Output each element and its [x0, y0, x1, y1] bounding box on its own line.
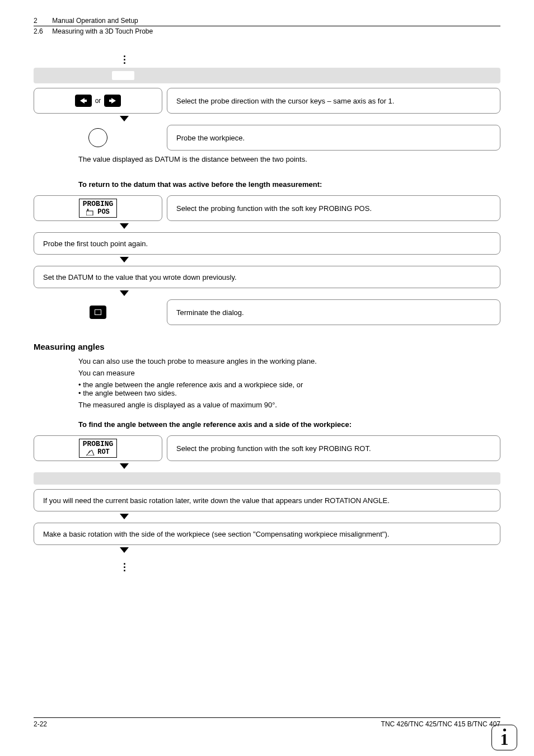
angles-find-heading: To find the angle between the angle refe…: [78, 420, 500, 429]
probe-pos-icon: [86, 209, 96, 215]
step-keys-cell: or: [34, 88, 162, 114]
step-key-cell: [34, 125, 162, 151]
angles-note: The measured angle is displayed as a val…: [78, 401, 500, 409]
step-desc-cell: Select the probing function with the sof…: [167, 435, 500, 461]
softkey-cell: PROBING ROT: [34, 435, 162, 461]
angles-bullets: the angle between the angle reference ax…: [78, 381, 500, 397]
softkey-line1: PROBING: [83, 200, 114, 208]
end-key[interactable]: [90, 306, 106, 319]
step-write-rotation: If you will need the current basic rotat…: [34, 489, 500, 511]
angles-intro-2: You can measure: [78, 369, 500, 377]
softkey-line1: PROBING: [83, 440, 114, 448]
section-title: Measuring with a 3D Touch Probe: [52, 27, 153, 35]
flow-arrow: [118, 463, 500, 470]
svg-marker-11: [120, 463, 129, 469]
section-number: 2.6: [34, 27, 50, 35]
step-row-probing-rot: PROBING ROT Select the probing function …: [34, 435, 500, 461]
svg-marker-0: [80, 98, 87, 104]
svg-marker-1: [109, 98, 116, 104]
set-datum-text: Set the DATUM to the value that you wrot…: [43, 273, 237, 281]
page-number: 2-22: [34, 720, 47, 728]
return-heading: To return to the datum that was active b…: [78, 180, 500, 189]
step-set-datum: Set the DATUM to the value that you wrot…: [34, 266, 500, 288]
doc-id: TNC 426/TNC 425/TNC 415 B/TNC 407: [381, 720, 500, 728]
cursor-right-key[interactable]: [104, 95, 121, 107]
grey-separator-bar: [34, 472, 500, 485]
flow-arrow: [118, 547, 500, 554]
page-footer: 2-22 TNC 426/TNC 425/TNC 415 B/TNC 407: [34, 717, 500, 728]
softkey-probing-rot[interactable]: PROBING ROT: [79, 439, 118, 457]
probing-rot-text: Select the probing function with the sof…: [176, 444, 371, 453]
step-key-cell: [34, 299, 162, 325]
step-row-terminate: Terminate the dialog.: [34, 299, 500, 325]
step-probe-text: Probe the workpiece.: [176, 134, 245, 142]
grey-separator-row: [34, 68, 500, 83]
chapter-header: 2 Manual Operation and Setup: [34, 17, 500, 26]
write-rotation-text: If you will need the current basic rotat…: [43, 496, 390, 505]
flow-arrow: [118, 116, 500, 123]
flow-arrow: [118, 257, 500, 264]
start-key[interactable]: [88, 128, 107, 147]
svg-point-5: [87, 209, 88, 210]
step-direction-text: Select the probe direction with the curs…: [176, 97, 394, 105]
continuation-dots: ...: [123, 560, 500, 570]
datum-note: The value displayed as DATUM is the dist…: [78, 155, 500, 163]
list-item: the angle between two sides.: [78, 389, 500, 397]
probe-again-text: Probe the first touch point again.: [43, 240, 148, 248]
svg-rect-3: [86, 211, 93, 215]
svg-marker-2: [120, 116, 129, 121]
step-desc-cell: Select the probe direction with the curs…: [167, 88, 500, 114]
svg-marker-8: [120, 290, 129, 296]
or-label: or: [95, 97, 101, 105]
step-desc-cell: Terminate the dialog.: [167, 299, 500, 325]
chapter-number: 2: [34, 17, 50, 25]
step-desc-cell: Select the probing function with the sof…: [167, 195, 500, 221]
continuation-dots: ...: [123, 52, 500, 62]
softkey-cell: PROBING POS: [34, 195, 162, 221]
step-desc-cell: Probe the workpiece.: [167, 125, 500, 151]
probing-pos-text: Select the probing function with the sof…: [176, 204, 372, 213]
measuring-angles-heading: Measuring angles: [34, 342, 500, 351]
svg-marker-12: [120, 514, 129, 519]
svg-marker-6: [120, 223, 129, 229]
step-row-probing-pos: PROBING POS Select the probing function …: [34, 195, 500, 221]
info-icon: 1: [491, 725, 517, 750]
cursor-left-key[interactable]: [75, 95, 92, 107]
terminate-text: Terminate the dialog.: [176, 308, 244, 317]
step-row-probe: Probe the workpiece.: [34, 125, 500, 151]
softkey-line2: POS: [97, 209, 110, 216]
step-basic-rotation: Make a basic rotation with the side of t…: [34, 523, 500, 545]
chapter-title: Manual Operation and Setup: [52, 17, 138, 25]
basic-rotation-text: Make a basic rotation with the side of t…: [43, 530, 389, 538]
softkey-line2: ROT: [97, 449, 110, 456]
flow-arrow: [118, 223, 500, 230]
svg-marker-13: [120, 547, 129, 553]
svg-marker-7: [120, 257, 129, 262]
step-probe-again: Probe the first touch point again.: [34, 232, 500, 255]
step-row-direction: or Select the probe direction with the c…: [34, 88, 500, 114]
flow-arrow: [118, 290, 500, 297]
probe-rot-icon: [86, 449, 96, 456]
flow-arrow: [118, 514, 500, 520]
grey-chip: [112, 71, 134, 80]
list-item: the angle between the angle reference ax…: [78, 381, 500, 389]
section-header: 2.6 Measuring with a 3D Touch Probe: [34, 27, 500, 46]
angles-intro-1: You can also use the touch probe to meas…: [78, 357, 500, 365]
softkey-probing-pos[interactable]: PROBING POS: [79, 199, 118, 217]
